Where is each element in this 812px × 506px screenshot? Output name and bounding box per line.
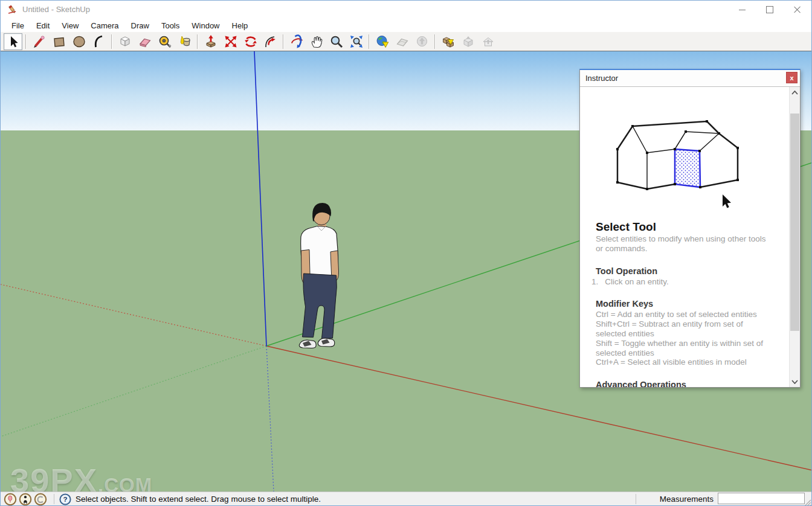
viewport: 39PX.COM Instructor x: [1, 51, 812, 492]
instructor-scrollbar[interactable]: [789, 87, 800, 387]
scroll-down-button[interactable]: [790, 376, 800, 387]
select-tool-button[interactable]: [4, 33, 22, 50]
modifier-key-line: Shift = Toggle whether an entity is with…: [596, 339, 769, 358]
help-question-icon: ?: [59, 493, 71, 505]
photo-textures-button[interactable]: [413, 33, 431, 50]
menu-edit[interactable]: Edit: [30, 20, 56, 31]
eraser-tool-button[interactable]: [135, 33, 154, 50]
menubar: File Edit View Camera Draw Tools Window …: [1, 19, 811, 32]
statusbar: ? Select objects. Shift to extend select…: [1, 492, 811, 506]
measurements-input[interactable]: [718, 493, 805, 504]
globe-upload-disabled-icon: [415, 34, 430, 49]
minimize-icon: [739, 10, 746, 10]
menu-view[interactable]: View: [56, 20, 85, 31]
paint-bucket-button[interactable]: [175, 33, 194, 50]
watermark: 39PX.COM: [10, 461, 152, 492]
move-tool-button[interactable]: [221, 33, 240, 50]
toolbar-separator: [111, 34, 112, 49]
arc-tool-button[interactable]: [89, 33, 108, 50]
modifier-key-line: Ctrl = Add an entity to set of selected …: [596, 310, 769, 319]
modifier-key-line: Shift+Ctrl = Subtract an entity from set…: [596, 319, 769, 339]
scroll-up-button[interactable]: [790, 87, 800, 98]
rectangle-icon: [52, 34, 66, 49]
paint-bucket-icon: [178, 34, 192, 49]
maximize-icon: [766, 6, 773, 13]
instructor-title: Instructor: [585, 74, 618, 83]
circle-tool-button[interactable]: [69, 33, 88, 50]
titlebar[interactable]: Untitled - SketchUp: [1, 1, 811, 19]
pan-tool-button[interactable]: [307, 33, 326, 50]
toggle-terrain-button[interactable]: [393, 33, 411, 50]
toolbar-separator: [25, 34, 27, 49]
component-box-icon: [118, 34, 132, 49]
maximize-button[interactable]: [756, 1, 784, 19]
zoom-magnifier-icon: [329, 34, 344, 49]
circle-icon: [72, 34, 86, 49]
menu-help[interactable]: Help: [226, 20, 254, 31]
app-window: Untitled - SketchUp File Edit View Camer…: [0, 0, 812, 506]
offset-icon: [263, 34, 278, 49]
tape-measure-button[interactable]: [155, 33, 174, 50]
tool-operation-step: 1.Click on an entity.: [591, 277, 769, 286]
share-component-button[interactable]: [478, 33, 497, 50]
offset-tool-button[interactable]: [261, 33, 280, 50]
modifier-keys-heading: Modifier Keys: [596, 299, 769, 309]
push-pull-icon: [204, 34, 218, 49]
advanced-operations-heading: Advanced Operations: [596, 380, 769, 387]
push-pull-button[interactable]: [201, 33, 220, 50]
step-text: Click on an entity.: [605, 277, 669, 286]
get-models-button[interactable]: [439, 33, 457, 50]
step-number: 1.: [591, 277, 598, 286]
pan-hand-icon: [309, 34, 324, 49]
window-title: Untitled - SketchUp: [22, 5, 90, 14]
measurements-label: Measurements: [660, 495, 714, 504]
rectangle-tool-button[interactable]: [50, 33, 68, 50]
credits-person-icon[interactable]: [19, 493, 32, 506]
orbit-tool-button[interactable]: [287, 33, 306, 50]
sign-in-icon[interactable]: [34, 493, 47, 506]
instructor-description: Select entities to modify when using oth…: [596, 234, 769, 254]
tape-measure-icon: [158, 34, 172, 49]
rotate-icon: [243, 34, 258, 49]
eraser-icon: [138, 34, 152, 49]
toolbar: [1, 32, 811, 51]
line-tool-button[interactable]: [30, 33, 48, 50]
status-message: Select objects. Shift to extend select. …: [76, 495, 321, 504]
scroll-up-icon: [791, 91, 798, 95]
close-button[interactable]: [784, 1, 811, 19]
select-arrow-icon: [6, 34, 21, 49]
add-location-button[interactable]: [373, 33, 392, 50]
make-component-button[interactable]: [115, 33, 134, 50]
menu-tools[interactable]: Tools: [155, 20, 185, 31]
terrain-disabled-icon: [395, 34, 410, 49]
sketchup-logo-icon: [7, 4, 18, 15]
minimize-button[interactable]: [728, 1, 756, 19]
orbit-icon: [289, 34, 304, 49]
zoom-extents-icon: [349, 34, 364, 49]
instructor-panel: Instructor x: [579, 69, 801, 388]
watermark-main: 39PX: [10, 461, 98, 492]
menu-window[interactable]: Window: [185, 20, 225, 31]
menu-file[interactable]: File: [5, 20, 30, 31]
svg-text:?: ?: [63, 496, 67, 503]
instructor-close-button[interactable]: x: [786, 72, 798, 83]
toolbar-separator: [283, 34, 284, 49]
menu-draw[interactable]: Draw: [125, 20, 155, 31]
arc-icon: [92, 34, 106, 49]
geolocation-icon[interactable]: [4, 493, 17, 506]
scrollbar-thumb[interactable]: [790, 114, 799, 331]
zoom-extents-button[interactable]: [347, 33, 366, 50]
menu-camera[interactable]: Camera: [85, 20, 124, 31]
toolbar-separator: [434, 34, 436, 49]
instructor-heading: Select Tool: [596, 220, 769, 234]
rotate-tool-button[interactable]: [241, 33, 260, 50]
modifier-key-line: Ctrl+A = Select all visible entities in …: [596, 357, 769, 367]
resize-grip-icon[interactable]: [804, 499, 811, 506]
warehouse-download-icon: [441, 34, 456, 49]
share-model-button[interactable]: [459, 33, 477, 50]
move-icon: [224, 34, 238, 49]
globe-download-icon: [375, 34, 390, 49]
zoom-tool-button[interactable]: [327, 33, 346, 50]
close-x-icon: x: [790, 74, 793, 82]
instructor-titlebar[interactable]: Instructor x: [580, 70, 800, 87]
